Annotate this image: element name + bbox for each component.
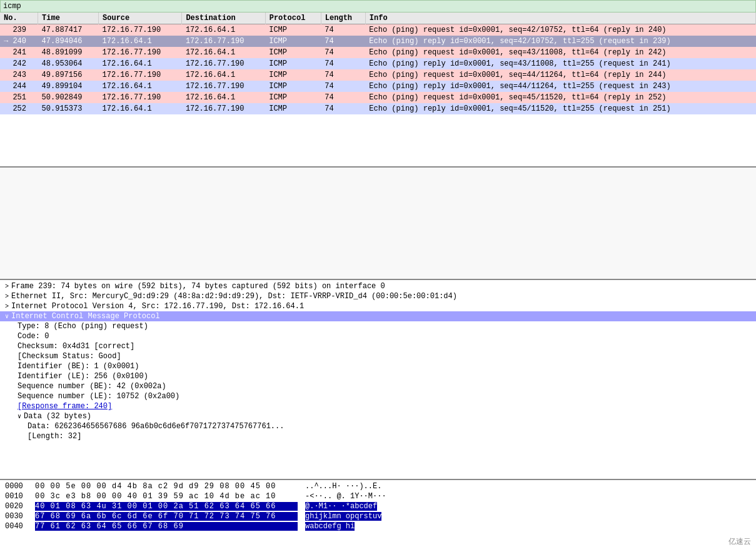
table-cell: 47.894046 — [38, 36, 99, 47]
ip-arrow-icon: > — [5, 303, 9, 310]
hex-ascii: wabcdefg hi — [305, 522, 355, 531]
table-cell: 243 — [0, 69, 38, 81]
detail-grandchild-label: [Length: 32] — [28, 432, 81, 441]
table-cell: 74 — [321, 36, 365, 47]
table-cell: ICMP — [265, 103, 321, 114]
detail-child: [Checksum Status: Good] — [0, 351, 756, 361]
hex-offset: 0040 — [5, 522, 30, 531]
detail-child: [Response frame: 240] — [0, 401, 756, 411]
detail-child-label: Identifier (LE): 256 (0x0100) — [18, 372, 148, 381]
table-cell: Echo (ping) request id=0x0001, seq=45/11… — [365, 92, 755, 103]
table-cell: 74 — [321, 81, 365, 92]
hex-bytes: 40 01 08 63 4u 31 00 01 00 2a 51 62 63 6… — [35, 502, 298, 511]
table-cell: 172.16.77.190 — [182, 81, 265, 92]
response-frame-link[interactable]: [Response frame: 240] — [18, 402, 112, 411]
detail-panel: >Frame 239: 74 bytes on wire (592 bits),… — [0, 280, 756, 480]
detail-section-ethernet[interactable]: >Ethernet II, Src: MercuryC_9d:d9:29 (48… — [0, 291, 756, 301]
packet-list-header: No. Time Source Destination Protocol Len… — [0, 13, 756, 24]
col-info: Info — [365, 13, 755, 24]
expand-icon: ∨ — [18, 413, 21, 420]
table-cell: Echo (ping) request id=0x0001, seq=42/10… — [365, 24, 755, 36]
table-cell: 172.16.77.190 — [99, 69, 182, 81]
col-destination: Destination — [182, 13, 265, 24]
detail-section-label: Ethernet II, Src: MercuryC_9d:d9:29 (48:… — [11, 292, 457, 301]
hex-panel: 000000 00 5e 00 00 d4 4b 8a c2 9d d9 29 … — [0, 480, 756, 552]
hex-ascii: ..^...H· ···)..E. — [305, 482, 381, 491]
table-cell: 251 — [0, 92, 38, 103]
col-source: Source — [99, 13, 182, 24]
table-cell: Echo (ping) request id=0x0001, seq=44/11… — [365, 69, 755, 81]
table-cell: 172.16.64.1 — [182, 92, 265, 103]
detail-child-label: [Checksum Status: Good] — [18, 352, 121, 361]
packet-list: No. Time Source Destination Protocol Len… — [0, 13, 756, 168]
table-cell: 74 — [321, 92, 365, 103]
table-cell: ICMP — [265, 47, 321, 58]
table-cell: Echo (ping) reply id=0x0001, seq=43/1100… — [365, 58, 755, 69]
table-row[interactable]: 23947.887417172.16.77.190172.16.64.1ICMP… — [0, 24, 756, 36]
detail-child: Code: 0 — [0, 331, 756, 341]
table-cell: 252 — [0, 103, 38, 114]
hex-row: 004077 61 62 63 64 65 66 67 68 69wabcdef… — [0, 521, 756, 531]
table-row[interactable]: 25250.915373172.16.64.1172.16.77.190ICMP… — [0, 103, 756, 114]
detail-section-ip[interactable]: >Internet Protocol Version 4, Src: 172.1… — [0, 301, 756, 311]
detail-child-label: Code: 0 — [18, 332, 49, 341]
table-row[interactable]: 24248.953064172.16.64.1172.16.77.190ICMP… — [0, 58, 756, 69]
filter-input[interactable] — [3, 2, 753, 11]
hex-row: 001000 3c e3 b8 00 00 40 01 39 59 ac 10 … — [0, 491, 756, 501]
detail-child-label: Sequence number (LE): 10752 (0x2a00) — [18, 392, 179, 401]
table-cell: → 240 — [0, 36, 38, 47]
hex-row: 002040 01 08 63 4u 31 00 01 00 2a 51 62 … — [0, 501, 756, 511]
table-cell: 172.16.64.1 — [182, 24, 265, 36]
hex-offset: 0030 — [5, 512, 30, 521]
table-cell: 172.16.77.190 — [182, 103, 265, 114]
ethernet-arrow-icon: > — [5, 293, 9, 300]
table-cell: Echo (ping) request id=0x0001, seq=43/11… — [365, 47, 755, 58]
table-cell: 242 — [0, 58, 38, 69]
table-cell: 172.16.64.1 — [182, 69, 265, 81]
table-row[interactable]: → 24047.894046172.16.64.1172.16.77.190IC… — [0, 36, 756, 47]
table-cell: 49.897156 — [38, 69, 99, 81]
table-cell: ICMP — [265, 36, 321, 47]
table-cell: 239 — [0, 24, 38, 36]
table-cell: ICMP — [265, 24, 321, 36]
detail-child: Identifier (LE): 256 (0x0100) — [0, 371, 756, 381]
col-no: No. — [0, 13, 38, 24]
detail-child: Type: 8 (Echo (ping) request) — [0, 321, 756, 331]
col-length: Length — [321, 13, 365, 24]
table-row[interactable]: 24148.891099172.16.77.190172.16.64.1ICMP… — [0, 47, 756, 58]
detail-child-label: Type: 8 (Echo (ping) request) — [18, 322, 148, 331]
detail-child-label: Sequence number (BE): 42 (0x002a) — [18, 382, 166, 391]
detail-child-label: Data (32 bytes) — [24, 412, 91, 421]
detail-child-label: Identifier (BE): 1 (0x0001) — [18, 362, 139, 371]
watermark: 亿速云 — [728, 536, 751, 547]
table-cell: 172.16.64.1 — [99, 103, 182, 114]
detail-child: Sequence number (LE): 10752 (0x2a00) — [0, 391, 756, 401]
packet-table-body: 23947.887417172.16.77.190172.16.64.1ICMP… — [0, 24, 756, 115]
table-cell: Echo (ping) reply id=0x0001, seq=45/1152… — [365, 103, 755, 114]
table-row[interactable]: 24349.897156172.16.77.190172.16.64.1ICMP… — [0, 69, 756, 81]
detail-section-icmp[interactable]: ∨Internet Control Message Protocol — [0, 311, 756, 321]
table-cell: 172.16.77.190 — [99, 24, 182, 36]
table-cell: 74 — [321, 58, 365, 69]
frame-arrow-icon: > — [5, 283, 9, 290]
hex-ascii: -<··.. @. 1Y··M··· — [305, 492, 386, 501]
table-cell: 172.16.77.190 — [99, 92, 182, 103]
table-cell: 172.16.77.190 — [182, 58, 265, 69]
table-row[interactable]: 24449.899104172.16.64.1172.16.77.190ICMP… — [0, 81, 756, 92]
col-time: Time — [38, 13, 99, 24]
detail-child-expandable[interactable]: ∨Data (32 bytes) — [0, 411, 756, 421]
detail-section-frame[interactable]: >Frame 239: 74 bytes on wire (592 bits),… — [0, 281, 756, 291]
table-cell: 50.915373 — [38, 103, 99, 114]
table-cell: ICMP — [265, 58, 321, 69]
table-cell: 74 — [321, 103, 365, 114]
table-row[interactable]: 25150.902849172.16.77.190172.16.64.1ICMP… — [0, 92, 756, 103]
hex-row: 003067 68 69 6a 6b 6c 6d 6e 6f 70 71 72 … — [0, 511, 756, 521]
hex-row: 000000 00 5e 00 00 d4 4b 8a c2 9d d9 29 … — [0, 481, 756, 491]
table-cell: 74 — [321, 47, 365, 58]
table-cell: 172.16.64.1 — [99, 58, 182, 69]
detail-section-label: Internet Protocol Version 4, Src: 172.16… — [11, 302, 304, 311]
table-cell: 74 — [321, 24, 365, 36]
table-cell: 244 — [0, 81, 38, 92]
table-cell: ICMP — [265, 81, 321, 92]
col-protocol: Protocol — [265, 13, 321, 24]
